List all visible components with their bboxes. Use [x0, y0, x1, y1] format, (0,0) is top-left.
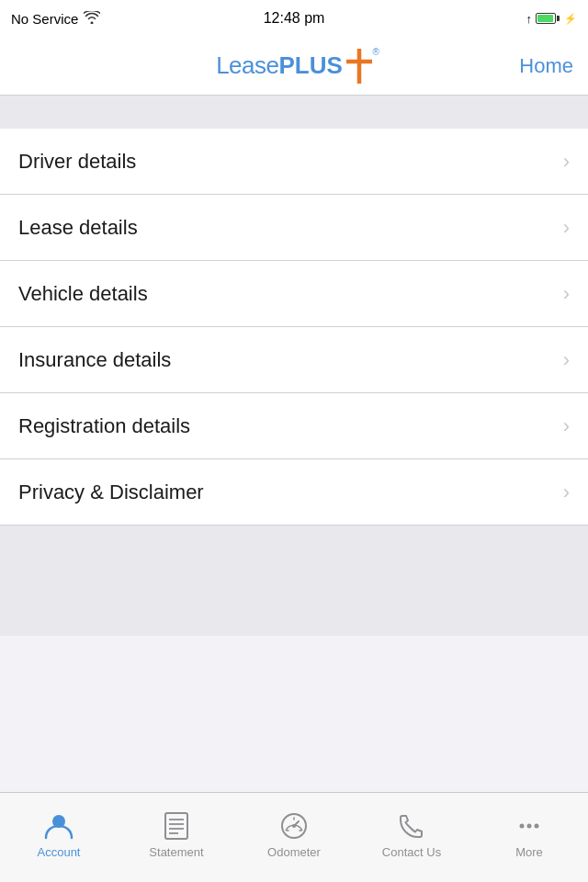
charging-icon: ⚡ — [564, 13, 577, 25]
status-bar: No Service 12:48 pm ↑ ⚡ — [0, 0, 588, 37]
tab-bar: Account Statement — [0, 792, 588, 882]
menu-item-label-insurance-details: Insurance details — [18, 348, 171, 372]
svg-point-14 — [520, 824, 525, 829]
svg-rect-3 — [165, 813, 187, 839]
menu-chevron-vehicle-details: › — [563, 282, 570, 306]
menu-item-insurance-details[interactable]: Insurance details› — [0, 327, 588, 393]
logo-plus-text: PLUS — [279, 51, 343, 80]
tab-more-label: More — [515, 845, 543, 859]
contact-us-icon — [396, 810, 427, 842]
menu-item-lease-details[interactable]: Lease details› — [0, 195, 588, 261]
menu-chevron-driver-details: › — [563, 150, 570, 174]
section-spacer-top — [0, 96, 588, 129]
tab-odometer-label: Odometer — [267, 845, 321, 859]
tab-statement[interactable]: Statement — [118, 793, 235, 882]
account-icon — [43, 810, 74, 842]
svg-point-15 — [527, 824, 532, 829]
menu-chevron-privacy-disclaimer: › — [563, 481, 570, 504]
menu-item-vehicle-details[interactable]: Vehicle details› — [0, 261, 588, 327]
arrow-icon: ↑ — [526, 12, 533, 26]
menu-item-registration-details[interactable]: Registration details› — [0, 393, 588, 459]
status-time: 12:48 pm — [264, 10, 325, 27]
statement-icon — [161, 810, 192, 842]
app-header: Lease PLUS ® Home — [0, 37, 588, 96]
tab-account[interactable]: Account — [0, 793, 118, 882]
app-logo: Lease PLUS ® — [216, 49, 372, 84]
tab-odometer[interactable]: Odometer — [235, 793, 353, 882]
tab-contact-us-label: Contact Us — [382, 845, 441, 859]
menu-item-label-driver-details: Driver details — [18, 150, 136, 174]
menu-chevron-insurance-details: › — [563, 348, 570, 372]
logo-cross-icon: ® — [346, 49, 372, 84]
svg-point-10 — [292, 824, 296, 828]
menu-item-label-privacy-disclaimer: Privacy & Disclaimer — [18, 481, 204, 504]
menu-item-privacy-disclaimer[interactable]: Privacy & Disclaimer› — [0, 459, 588, 526]
menu-item-label-registration-details: Registration details — [18, 414, 190, 438]
menu-list: Driver details›Lease details›Vehicle det… — [0, 129, 588, 526]
svg-point-16 — [535, 824, 539, 829]
menu-item-driver-details[interactable]: Driver details› — [0, 129, 588, 195]
menu-chevron-registration-details: › — [563, 414, 570, 438]
bottom-spacer — [0, 526, 588, 636]
logo-registered: ® — [372, 47, 379, 57]
logo-lease-text: Lease — [216, 51, 278, 80]
menu-item-label-lease-details: Lease details — [18, 216, 138, 240]
tab-more[interactable]: More — [470, 793, 588, 882]
tab-account-label: Account — [38, 845, 81, 859]
menu-chevron-lease-details: › — [563, 216, 570, 240]
home-button[interactable]: Home — [519, 54, 573, 78]
menu-item-label-vehicle-details: Vehicle details — [18, 282, 148, 306]
status-left: No Service — [11, 11, 100, 27]
tab-statement-label: Statement — [149, 845, 203, 859]
odometer-icon — [278, 810, 310, 842]
wifi-icon — [84, 11, 100, 27]
status-right: ↑ ⚡ — [526, 12, 578, 26]
tab-contact-us[interactable]: Contact Us — [353, 793, 470, 882]
battery-icon — [536, 13, 560, 24]
signal-text: No Service — [11, 11, 78, 27]
more-icon — [514, 810, 545, 842]
